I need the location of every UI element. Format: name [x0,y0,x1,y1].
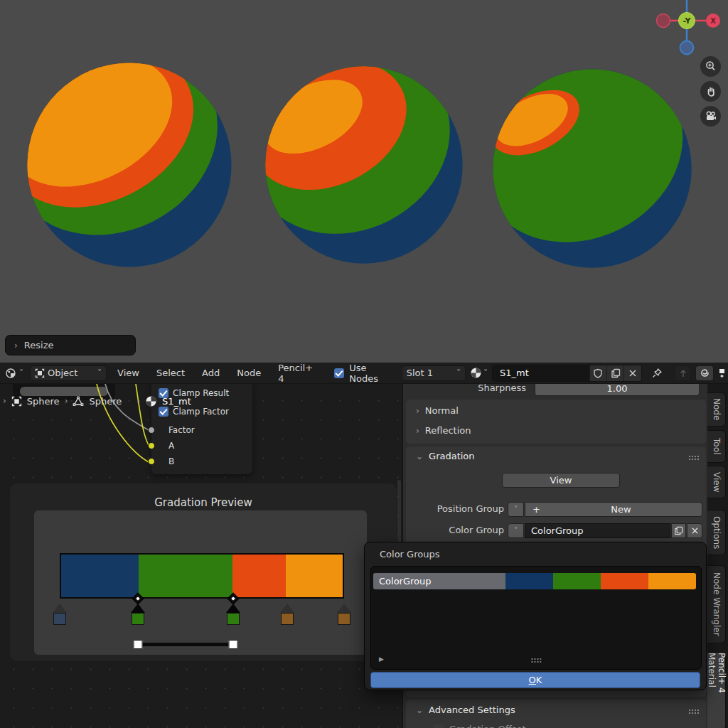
expand-chevron-icon: › [14,341,18,350]
tab-node-wrangler[interactable]: Node Wrangler [707,565,726,643]
advanced-settings-header[interactable]: ⌄ Advanced Settings [416,705,515,715]
position-marker[interactable] [131,604,145,625]
color-group-value: ColorGroup [531,525,584,536]
view-button[interactable]: View [502,473,620,488]
fake-user-button[interactable] [589,365,606,381]
sharpness-slider[interactable]: 1.00 [535,384,700,396]
panel-grip-icon[interactable] [688,709,699,714]
new-button-label: New [540,504,702,515]
tab-view[interactable]: View [707,466,726,498]
b-socket[interactable] [148,458,155,465]
overlay-partial-button[interactable] [718,368,725,379]
gradient-bar-wrap [60,553,344,599]
marker-color-swatch [227,613,240,625]
color-group-name-field[interactable]: ColorGroup [525,523,670,538]
slider-handle[interactable] [228,640,237,649]
color-group-item-name[interactable]: ColorGroup [373,573,505,589]
list-item[interactable]: ColorGroup [373,573,696,589]
material-name-field[interactable]: S1_mt [493,365,589,381]
color-group-label: Color Group [406,525,504,535]
position-marker[interactable] [337,604,351,625]
position-marker[interactable] [226,604,240,625]
clear-color-group-button[interactable] [687,523,702,538]
go-parent-button[interactable] [675,365,692,381]
checkbox-checked-icon [334,368,344,378]
axis-gizmo[interactable]: -Y X [654,0,722,58]
zoom-button[interactable] [700,56,721,77]
sections-box: › Normal › Reflection [406,400,706,444]
material-browse-button[interactable]: ˅ [470,367,488,379]
pin-icon [651,367,663,380]
slider-handle[interactable] [133,640,142,649]
position-group-new-button[interactable]: + New [525,502,702,517]
tab-pencil4-material[interactable]: Pencil+ 4 Material [707,652,726,728]
a-socket[interactable] [148,442,155,449]
chevron-down-icon: ˅ [456,368,461,378]
color-groups-list[interactable]: ColorGroup ▶ [370,566,702,670]
menu-add[interactable]: Add [196,368,226,378]
pin-button[interactable] [651,367,663,380]
node-editor-region[interactable]: Clamp Result Clamp Factor Factor A B › S… [0,384,402,728]
section-normal[interactable]: › Normal [416,405,459,416]
viewport-3d[interactable]: -Y X [0,0,728,363]
position-marker[interactable] [280,604,294,625]
gizmo-x-neg [657,14,670,28]
material-sphere-icon [145,395,157,407]
position-slider[interactable] [60,639,344,651]
filter-expand-icon[interactable]: ▶ [379,655,384,663]
position-group-dropdown[interactable]: ˅ [508,502,524,517]
ok-button-label: OK [529,675,542,685]
chevron-down-icon: ˅ [19,368,23,378]
gradation-preview-title: Gradation Preview [10,496,397,509]
resize-operator-panel[interactable]: › Resize [5,335,136,355]
section-reflection[interactable]: › Reflection [416,425,471,436]
tab-tool[interactable]: Tool [707,430,726,463]
marker-color-swatch [281,613,294,625]
factor-socket[interactable] [148,427,155,434]
gradation-section-header[interactable]: ⌄ Gradation [416,451,475,461]
menu-node[interactable]: Node [230,368,267,378]
ok-button[interactable]: OK [370,672,700,688]
breadcrumb-mesh[interactable]: Sphere [89,396,122,407]
popup-title: Color Groups [380,549,439,560]
menu-pencil4[interactable]: Pencil+ 4 [272,363,327,384]
breadcrumb-material[interactable]: S1_mt [162,396,191,407]
color-groups-popup: Color Groups ColorGroup ▶ OK [364,542,707,690]
camera-view-button[interactable] [700,106,721,127]
gradient-stop[interactable] [286,555,343,597]
slot-dropdown[interactable]: Slot 1 ˅ [402,365,466,381]
gradient-bar[interactable] [60,553,344,599]
position-group-label: Position Group [406,503,504,514]
breadcrumb-object[interactable]: Sphere [27,396,60,407]
tab-options[interactable]: Options [707,510,726,555]
unlink-material-button[interactable] [623,365,641,381]
menu-select[interactable]: Select [150,368,191,378]
marker-row [60,604,344,626]
material-sphere-icon [470,367,482,379]
gradient-stop[interactable] [139,555,233,597]
copy-color-group-button[interactable] [671,523,686,538]
color-group-dropdown[interactable]: ˅ [508,523,524,538]
group-color-swatch [505,573,553,589]
panel-grip-icon[interactable] [688,455,699,460]
marker-roof-icon [280,604,294,613]
editor-type-button[interactable]: ˅ [3,365,26,381]
clamp-factor-toggle[interactable]: Clamp Factor [159,407,229,417]
position-marker[interactable] [53,604,67,625]
use-nodes-toggle[interactable]: Use Nodes [334,363,397,384]
mode-dropdown[interactable]: Object ˅ [30,365,107,381]
breadcrumb: › Sphere › Sphere › S1_mt [3,394,191,408]
snap-toggle-button[interactable] [695,365,714,381]
gradation-preview-panel: Gradation Preview [10,483,397,661]
gradient-stop[interactable] [232,555,286,597]
tab-node[interactable]: Node [707,392,726,427]
pan-button[interactable] [700,81,721,102]
gradient-stop[interactable] [61,555,139,597]
copy-material-button[interactable] [606,365,623,381]
group-color-swatch [648,573,696,589]
resize-grip-icon[interactable] [531,658,542,663]
gradation-offset-row[interactable]: › Gradation Offset [424,724,526,728]
group-color-swatch [553,573,601,589]
shader-editor-icon [5,368,16,379]
menu-view[interactable]: View [111,368,146,378]
